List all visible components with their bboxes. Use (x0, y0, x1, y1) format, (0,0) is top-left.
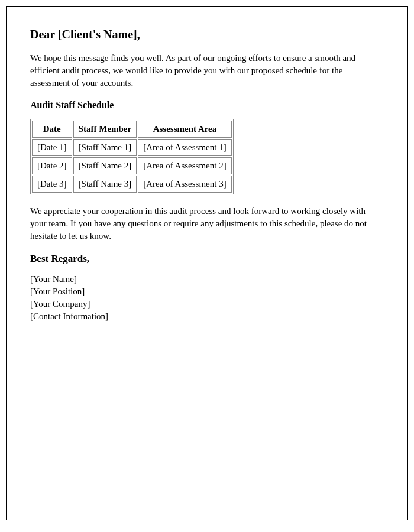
table-cell: [Date 2] (32, 157, 72, 174)
table-cell: [Area of Assessment 3] (138, 176, 231, 193)
table-row: [Date 3] [Staff Name 3] [Area of Assessm… (32, 176, 232, 193)
table-header-row: Date Staff Member Assessment Area (32, 121, 232, 138)
table-cell: [Area of Assessment 2] (138, 157, 231, 174)
table-cell: [Staff Name 2] (73, 157, 137, 174)
table-cell: [Staff Name 1] (73, 139, 137, 156)
schedule-heading: Audit Staff Schedule (30, 100, 384, 111)
document-page: Dear [Client's Name], We hope this messa… (6, 6, 408, 520)
table-cell: [Date 1] (32, 139, 72, 156)
greeting-heading: Dear [Client's Name], (30, 28, 384, 41)
table-row: [Date 1] [Staff Name 1] [Area of Assessm… (32, 139, 232, 156)
table-header-area: Assessment Area (138, 121, 231, 138)
closing-paragraph: We appreciate your cooperation in this a… (30, 205, 384, 242)
table-cell: [Date 3] (32, 176, 72, 193)
table-row: [Date 2] [Staff Name 2] [Area of Assessm… (32, 157, 232, 174)
signature-company: [Your Company] (30, 298, 384, 310)
signature-name: [Your Name] (30, 273, 384, 286)
table-header-staff: Staff Member (73, 121, 137, 138)
table-cell: [Staff Name 3] (73, 176, 137, 193)
signature-contact: [Contact Information] (30, 310, 384, 323)
intro-paragraph: We hope this message finds you well. As … (30, 52, 384, 89)
table-header-date: Date (32, 121, 72, 138)
signoff-heading: Best Regards, (30, 253, 384, 265)
signature-position: [Your Position] (30, 286, 384, 298)
schedule-table: Date Staff Member Assessment Area [Date … (30, 119, 234, 194)
table-cell: [Area of Assessment 1] (138, 139, 231, 156)
